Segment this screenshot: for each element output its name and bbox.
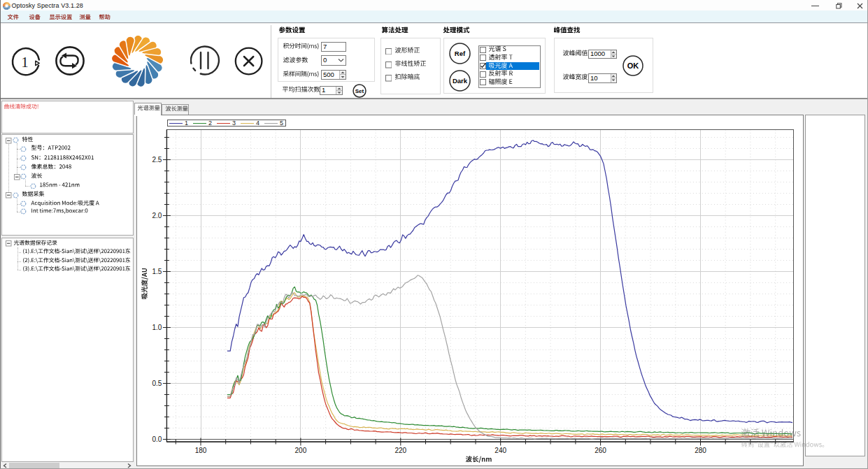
svg-text:180: 180: [194, 447, 206, 454]
svg-text:280: 280: [695, 447, 706, 454]
svg-text:1: 1: [21, 54, 29, 71]
svg-text:240: 240: [495, 447, 506, 454]
svg-text:0.0: 0.0: [152, 435, 162, 443]
svg-text:Dark: Dark: [453, 77, 468, 85]
svg-text:260: 260: [595, 447, 606, 454]
svg-text:OK: OK: [627, 62, 639, 70]
svg-text:1.0: 1.0: [152, 324, 162, 331]
svg-text:2.5: 2.5: [152, 156, 162, 164]
svg-text:Ref: Ref: [455, 49, 466, 57]
svg-text:Set: Set: [355, 87, 364, 94]
svg-text:220: 220: [394, 447, 406, 454]
svg-text:0.5: 0.5: [152, 380, 162, 387]
svg-text:200: 200: [294, 447, 306, 454]
svg-text:2.0: 2.0: [152, 212, 162, 219]
svg-text:1.5: 1.5: [152, 268, 162, 275]
